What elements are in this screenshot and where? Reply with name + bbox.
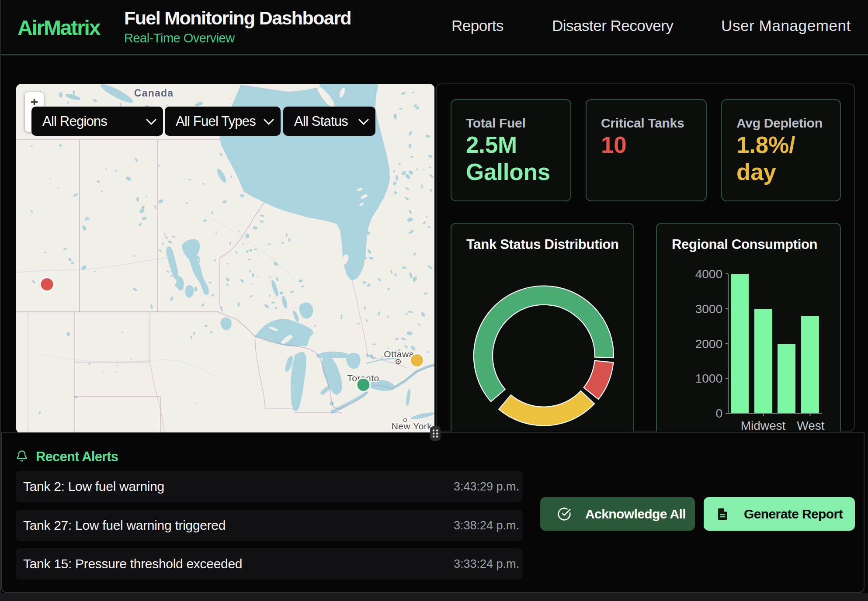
svg-text:0: 0: [715, 407, 722, 420]
svg-text:1000: 1000: [695, 372, 722, 385]
svg-text:Midwest: Midwest: [741, 419, 786, 432]
svg-text:New York: New York: [392, 421, 432, 431]
svg-text:3000: 3000: [695, 302, 722, 316]
svg-text:2000: 2000: [695, 337, 722, 351]
svg-text:Ottawa: Ottawa: [384, 349, 414, 359]
svg-text:West: West: [797, 419, 824, 432]
svg-text:Canada: Canada: [134, 87, 174, 99]
svg-text:4000: 4000: [695, 267, 722, 281]
